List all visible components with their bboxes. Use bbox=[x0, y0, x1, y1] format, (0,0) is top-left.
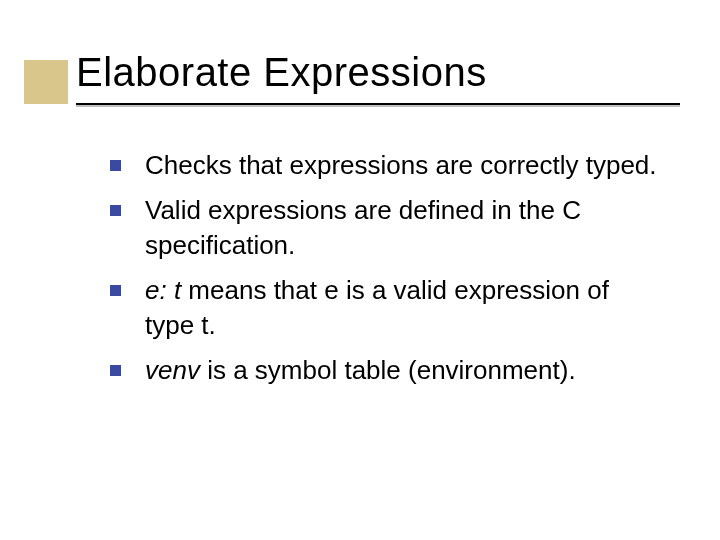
slide-title: Elaborate Expressions bbox=[76, 50, 680, 101]
list-item: Valid expressions are defined in the C s… bbox=[110, 193, 660, 263]
italic-term: e: t bbox=[145, 275, 181, 305]
list-item: e: t means that e is a valid expression … bbox=[110, 273, 660, 343]
title-accent-box bbox=[24, 60, 68, 104]
list-item-text: Checks that expressions are correctly ty… bbox=[145, 148, 657, 183]
square-bullet-icon bbox=[110, 285, 121, 296]
title-area: Elaborate Expressions bbox=[76, 50, 680, 105]
list-item-text: e: t means that e is a valid expression … bbox=[145, 273, 660, 343]
square-bullet-icon bbox=[110, 205, 121, 216]
bullet-list: Checks that expressions are correctly ty… bbox=[110, 148, 660, 399]
list-item-rest: is a symbol table (environment). bbox=[200, 355, 576, 385]
list-item-rest: means that e is a valid expression of ty… bbox=[145, 275, 609, 340]
list-item: Checks that expressions are correctly ty… bbox=[110, 148, 660, 183]
italic-term: venv bbox=[145, 355, 200, 385]
list-item: venv is a symbol table (environment). bbox=[110, 353, 660, 388]
square-bullet-icon bbox=[110, 365, 121, 376]
list-item-text: Valid expressions are defined in the C s… bbox=[145, 193, 660, 263]
title-underline bbox=[76, 103, 680, 105]
square-bullet-icon bbox=[110, 160, 121, 171]
slide: Elaborate Expressions Checks that expres… bbox=[0, 0, 720, 540]
list-item-text: venv is a symbol table (environment). bbox=[145, 353, 576, 388]
